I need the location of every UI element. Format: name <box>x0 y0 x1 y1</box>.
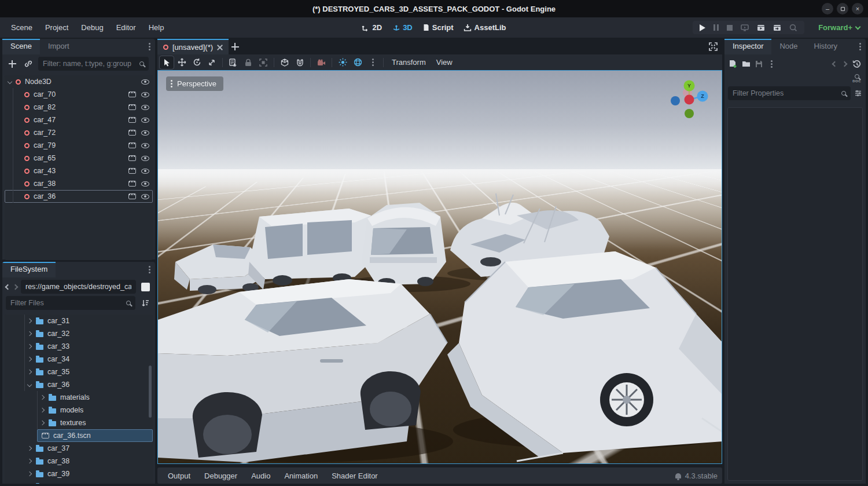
fs-file-row-selected[interactable]: car_36.tscn <box>37 429 153 442</box>
chevron-right-icon[interactable] <box>27 319 32 323</box>
fs-filter-input[interactable] <box>10 299 123 307</box>
tab-history[interactable]: History <box>806 39 845 54</box>
chevron-right-icon[interactable] <box>40 395 45 400</box>
chevron-right-icon[interactable] <box>27 446 32 451</box>
tab-filesystem[interactable]: FileSystem <box>2 262 56 277</box>
chevron-down-icon[interactable] <box>8 79 12 84</box>
visibility-eye-icon[interactable] <box>141 130 149 136</box>
fs-sort-icon[interactable] <box>139 297 152 309</box>
instanced-scene-icon[interactable] <box>128 181 136 187</box>
fs-path-input[interactable] <box>25 283 131 291</box>
inspector-filter-input[interactable] <box>733 89 838 97</box>
axis-neg-x-handle[interactable] <box>685 95 694 105</box>
play-custom-scene-icon[interactable] <box>773 24 781 31</box>
new-resource-icon[interactable] <box>729 60 737 68</box>
resource-menu-icon[interactable] <box>767 57 775 70</box>
tab-import[interactable]: Import <box>40 39 78 54</box>
scene-node-row[interactable]: car_70 <box>5 88 153 101</box>
instanced-scene-icon[interactable] <box>128 193 136 199</box>
instanced-scene-icon[interactable] <box>128 155 136 161</box>
remote-debug-icon[interactable] <box>741 24 749 31</box>
fs-folder-row[interactable]: car_34 <box>5 353 153 366</box>
tab-shader-editor[interactable]: Shader Editor <box>326 469 384 483</box>
visibility-eye-icon[interactable] <box>141 156 149 161</box>
movie-maker-icon[interactable] <box>789 24 797 31</box>
close-button[interactable]: × <box>852 3 863 14</box>
nav-forward-icon[interactable] <box>13 284 19 290</box>
menu-help[interactable]: Help <box>144 21 170 34</box>
snap-button[interactable] <box>293 56 307 69</box>
restore-button[interactable] <box>837 3 848 14</box>
scene-node-row[interactable]: car_65 <box>5 152 153 165</box>
fs-subfolder-row[interactable]: textures <box>5 416 153 429</box>
lock-button[interactable] <box>241 56 255 69</box>
tab-animation[interactable]: Animation <box>278 469 323 483</box>
scene-node-row[interactable]: car_38 <box>5 177 153 190</box>
fs-folder-row[interactable]: car_37 <box>5 442 153 455</box>
fs-scrollbar[interactable] <box>149 366 152 418</box>
chevron-right-icon[interactable] <box>40 421 45 425</box>
tab-debugger[interactable]: Debugger <box>198 469 243 483</box>
scene-tab-unsaved[interactable]: [unsaved](*) <box>157 39 229 54</box>
search-docs-icon[interactable]: DOC <box>852 74 861 83</box>
chevron-right-icon[interactable] <box>27 344 32 349</box>
chevron-down-icon[interactable] <box>27 382 32 387</box>
scene-node-row[interactable]: car_47 <box>5 114 153 126</box>
visibility-eye-icon[interactable] <box>141 79 149 85</box>
property-tune-icon[interactable] <box>854 89 862 97</box>
workspace-assetlib-button[interactable]: AssetLib <box>464 23 506 32</box>
close-tab-icon[interactable] <box>217 45 223 50</box>
instanced-scene-icon[interactable] <box>128 104 136 110</box>
fs-subfolder-row[interactable]: models <box>5 404 153 416</box>
dock-menu-icon[interactable] <box>859 39 866 54</box>
fs-folder-row-expanded[interactable]: car_36 <box>5 378 153 391</box>
dock-menu-icon[interactable] <box>149 262 155 277</box>
fs-folder-row[interactable]: car_38 <box>5 455 153 467</box>
fs-subfolder-row[interactable]: materials <box>5 391 153 404</box>
dock-menu-icon[interactable] <box>149 39 155 54</box>
scene-node-row[interactable]: car_82 <box>5 101 153 114</box>
visibility-eye-icon[interactable] <box>141 105 149 110</box>
new-scene-tab-button[interactable] <box>229 41 241 53</box>
visibility-eye-icon[interactable] <box>141 169 149 174</box>
transform-menu[interactable]: Transform <box>387 56 431 69</box>
scene-node-row[interactable]: car_79 <box>5 139 153 152</box>
toggle-environment-button[interactable] <box>351 56 365 69</box>
toggle-sun-button[interactable] <box>336 56 350 69</box>
history-back-icon[interactable] <box>832 61 838 67</box>
rotate-mode-button[interactable] <box>190 56 204 69</box>
workspace-3d-button[interactable]: 3D <box>392 23 413 32</box>
pause-button[interactable] <box>713 24 719 31</box>
notification-bell-icon[interactable] <box>675 473 681 478</box>
axis-neg-z-handle[interactable] <box>671 96 680 105</box>
workspace-2d-button[interactable]: 2D <box>362 23 382 32</box>
toggle-split-mode-icon[interactable] <box>141 283 150 291</box>
load-resource-folder-icon[interactable] <box>742 60 751 67</box>
ungroup-button[interactable] <box>256 56 270 69</box>
tab-scene[interactable]: Scene <box>2 39 40 54</box>
instanced-scene-icon[interactable] <box>128 142 136 148</box>
chevron-right-icon[interactable] <box>40 408 45 412</box>
stop-button[interactable] <box>727 25 733 31</box>
menu-editor[interactable]: Editor <box>111 21 141 34</box>
move-mode-button[interactable] <box>175 56 189 69</box>
select-mode-button[interactable] <box>160 56 174 69</box>
edit-history-icon[interactable] <box>852 60 861 68</box>
view-axis-gizmo[interactable]: Y Z Z <box>667 78 711 122</box>
scene-node-row[interactable]: car_72 <box>5 126 153 139</box>
visibility-eye-icon[interactable] <box>141 118 149 123</box>
instanced-scene-icon[interactable] <box>128 130 136 136</box>
scale-mode-button[interactable] <box>205 56 219 69</box>
3d-viewport[interactable]: Perspective Y Z Z <box>157 70 722 464</box>
visibility-eye-icon[interactable] <box>141 92 149 97</box>
instanced-scene-icon[interactable] <box>128 117 136 123</box>
visibility-eye-icon[interactable] <box>141 194 149 199</box>
history-forward-icon[interactable] <box>842 61 848 67</box>
play-button[interactable] <box>700 24 705 31</box>
axis-neg-y-handle[interactable] <box>685 109 694 118</box>
instanced-scene-icon[interactable] <box>128 92 136 97</box>
scene-node-row[interactable]: car_43 <box>5 165 153 177</box>
distraction-free-icon[interactable] <box>709 42 718 51</box>
perspective-menu-button[interactable]: Perspective <box>166 76 223 91</box>
tab-inspector[interactable]: Inspector <box>724 39 771 54</box>
